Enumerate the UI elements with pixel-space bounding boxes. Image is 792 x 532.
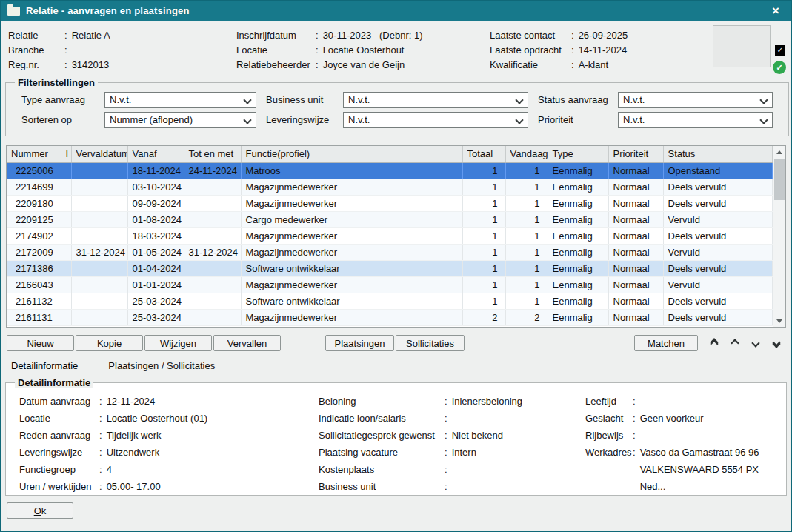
cell (184, 276, 241, 293)
cell: Normaal (608, 227, 663, 244)
filter-settings-legend: Filterinstellingen (15, 77, 98, 88)
column-header-vandaag[interactable]: Vandaag (505, 146, 548, 162)
vervallen-button[interactable]: Vervallen (213, 335, 281, 351)
filter-label: Sorteren op (21, 114, 104, 125)
navigate-previous-button[interactable] (726, 335, 744, 351)
field-label: Uren / werktijden (19, 478, 99, 495)
close-button[interactable]: × (767, 1, 785, 20)
table-row[interactable]: 216113125-03-2024Magazijnmedewerker22Een… (7, 309, 773, 325)
business-unit-select[interactable]: N.v.t. (343, 92, 528, 108)
relatie-window: Relatie - aanvragen en plaatsingen × Rel… (0, 0, 792, 532)
tab-detailinformatie[interactable]: Detailinformatie (11, 360, 78, 371)
column-header-type[interactable]: Type (548, 146, 608, 162)
colon: : (571, 58, 574, 73)
detail-field: Beloning:Inlenersbeloning (319, 393, 585, 410)
column-header-functie-profiel-[interactable]: Functie(profiel) (241, 146, 462, 162)
kopie-button[interactable]: Kopie (76, 335, 143, 351)
selected-value: Nummer (aflopend) (110, 114, 193, 125)
filter-label: Business unit (266, 94, 343, 105)
sollicitaties-button[interactable]: Sollicitaties (396, 335, 465, 351)
table-row[interactable]: 217490218-03-2024Magazijnmedewerker11Een… (7, 227, 773, 244)
tab-plaatsingen-sollicitaties[interactable]: Plaatsingen / Sollicitaties (108, 360, 215, 371)
column-header-prioriteit[interactable]: Prioriteit (608, 146, 663, 162)
scroll-up-button[interactable] (773, 146, 785, 159)
cell: 2 (462, 309, 505, 325)
cell: Normaal (608, 195, 663, 211)
sorteren-op-select[interactable]: Nummer (aflopend) (104, 112, 256, 128)
ok-button[interactable]: Ok (7, 502, 73, 519)
leveringswijze-select[interactable]: N.v.t. (343, 112, 528, 128)
info-field: Laatste opdracht:14-11-2024 (490, 43, 682, 58)
field-label: Kostenplaats (319, 461, 445, 478)
field-label: Datum aanvraag (19, 393, 99, 410)
wijzigen-button[interactable]: Wijzigen (144, 335, 212, 351)
column-header-vervaldatum[interactable]: Vervaldatum (71, 146, 127, 162)
colon: : (445, 410, 447, 427)
cell (61, 244, 71, 260)
column-header-status[interactable]: Status (663, 146, 773, 162)
scrollbar-thumb[interactable] (774, 159, 785, 200)
table-row[interactable]: 216113225-03-2024Software ontwikkelaar11… (7, 293, 773, 309)
cell: 1 (462, 293, 505, 309)
field-label: Plaatsing vacature (319, 444, 445, 461)
cell: 1 (462, 211, 505, 227)
cell: 01-08-2024 (127, 211, 184, 227)
chevron-down-icon (243, 96, 251, 104)
type-aanvraag-select[interactable]: N.v.t. (104, 92, 256, 108)
plaatsingen-button[interactable]: Plaatsingen (325, 335, 394, 351)
column-header-totaal[interactable]: Totaal (462, 146, 505, 162)
nieuw-button[interactable]: Nieuw (7, 335, 74, 351)
prioriteit-select[interactable]: N.v.t. (618, 112, 773, 128)
cell: Deels vervuld (663, 260, 773, 276)
cell: 1 (462, 276, 505, 293)
table-body: 222500618-11-202424-11-2024Matroos11Eenm… (7, 162, 773, 325)
status-aanvraag-select[interactable]: N.v.t. (618, 92, 773, 108)
field-value: Uitzendwerk (107, 444, 160, 461)
info-group-right: Laatste contact:26-09-2025Laatste opdrac… (490, 28, 682, 73)
colon: : (64, 43, 67, 58)
table-row[interactable]: 217138601-04-2024Software ontwikkelaar11… (7, 260, 773, 276)
cell: 1 (462, 227, 505, 244)
cell: Cargo medewerker (241, 211, 462, 227)
cell: 2225006 (7, 162, 61, 179)
cell: 18-11-2024 (127, 162, 184, 179)
field-value: Inlenersbeloning (452, 393, 522, 410)
table-row[interactable]: 216604301-01-2024Magazijnmedewerker11Een… (7, 276, 773, 293)
column-header-i[interactable]: I (61, 146, 71, 162)
field-value: 26-09-2025 (579, 28, 628, 43)
column-header-nummer[interactable]: Nummer (7, 146, 61, 162)
colon: : (633, 427, 636, 444)
colon: : (445, 461, 447, 478)
column-header-tot-en-met[interactable]: Tot en met (184, 146, 241, 162)
cell: Openstaand (663, 162, 773, 179)
table-row[interactable]: 221469903-10-2024Magazijnmedewerker11Een… (7, 179, 773, 195)
navigate-last-button[interactable] (768, 335, 785, 351)
matchen-button[interactable]: Matchen (634, 335, 698, 351)
cell (61, 309, 71, 325)
cell: Eenmalig (548, 162, 608, 179)
triangle-up-icon (776, 150, 782, 154)
table-row[interactable]: 217200931-12-202401-05-202431-12-2024Mag… (7, 244, 773, 260)
navigate-next-button[interactable] (747, 335, 765, 351)
table-row[interactable]: 220912501-08-2024Cargo medewerker11Eenma… (7, 211, 773, 227)
status-ok-icon: ✓ (773, 61, 786, 74)
cell: 01-05-2024 (127, 244, 184, 260)
navigate-first-button[interactable] (705, 335, 723, 351)
field-label: Kwalificatie (490, 58, 571, 73)
vertical-scrollbar[interactable] (773, 146, 785, 327)
action-button-row: NieuwKopieWijzigenVervallen PlaatsingenS… (7, 335, 785, 351)
info-field: Inschrijfdatum:30-11-2023 (Debnr: 1) (236, 28, 490, 43)
cell: 01-01-2024 (127, 276, 184, 293)
black-checkbox[interactable]: ✓ (775, 45, 785, 56)
detail-field: Sollicitatiegesprek gewenst:Niet bekend (319, 427, 585, 444)
cell (71, 260, 127, 276)
cell: 09-09-2024 (127, 195, 184, 211)
chevron-down-icon (759, 96, 768, 104)
scroll-down-button[interactable] (773, 315, 785, 327)
cell: Magazijnmedewerker (241, 179, 462, 195)
table-row[interactable]: 220918009-09-2024Magazijnmedewerker11Een… (7, 195, 773, 211)
column-header-vanaf[interactable]: Vanaf (127, 146, 184, 162)
filter-settings-group: Filterinstellingen Type aanvraagN.v.t.Bu… (5, 77, 789, 136)
cell: 1 (462, 195, 505, 211)
table-row[interactable]: 222500618-11-202424-11-2024Matroos11Eenm… (7, 162, 773, 179)
